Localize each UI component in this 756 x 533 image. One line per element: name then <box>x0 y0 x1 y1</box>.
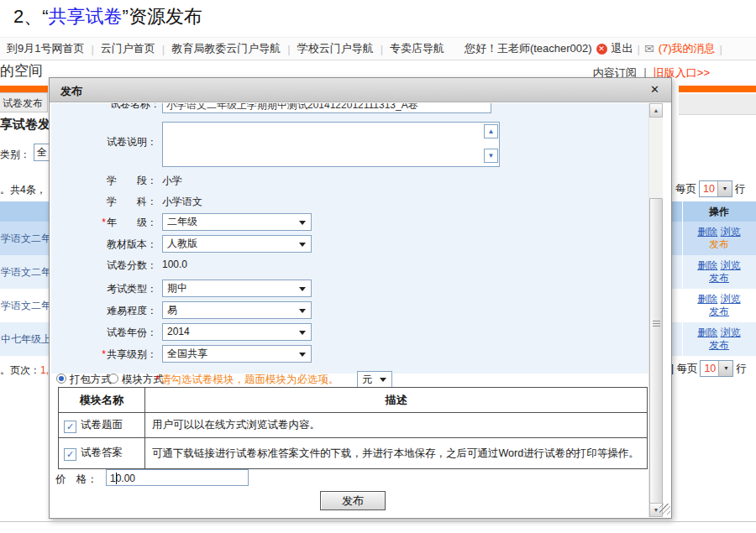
page-index-text: 。页次：1, <box>0 363 49 378</box>
column-divider <box>682 255 683 289</box>
grade-select[interactable]: 二年级 <box>162 213 312 231</box>
package-mode-label[interactable]: 打包方式 <box>70 373 112 387</box>
publish-link[interactable]: 发布 <box>709 339 729 351</box>
greeting-text: 您好！王老师(teacher002) <box>465 41 592 56</box>
nav-link-portal[interactable]: 云门户首页 <box>94 41 162 56</box>
preview-link[interactable]: 浏览 <box>721 327 741 338</box>
scroll-down-icon[interactable]: ▼ <box>484 149 498 163</box>
page-title-suffix: ”资源发布 <box>123 6 202 27</box>
chevron-down-icon <box>299 353 306 357</box>
messages-link[interactable]: (7)我的消息 <box>659 41 716 56</box>
price-input[interactable]: 10.00 <box>106 469 249 486</box>
subject-value: 小学语文 <box>162 195 202 209</box>
difficulty-select[interactable]: 易 <box>162 301 312 319</box>
right-orange-bar <box>679 86 756 92</box>
chevron-down-icon <box>299 309 306 313</box>
category-label: 类别： <box>0 148 30 162</box>
scrollbar-thumb[interactable] <box>649 198 663 504</box>
table-row[interactable]: 学语文二年 <box>0 222 49 255</box>
table-row[interactable]: 学语文二年 <box>0 289 49 322</box>
module-mode-radio[interactable] <box>108 374 118 384</box>
publish-link[interactable]: 发布 <box>709 272 729 284</box>
nav-link-store[interactable]: 专卖店导航 <box>383 41 451 56</box>
price-value: 10.00 <box>110 473 135 484</box>
delete-link[interactable]: 删除 <box>697 226 717 238</box>
checkbox-checked-icon[interactable]: ✓ <box>64 448 76 461</box>
delete-link[interactable]: 删除 <box>697 259 717 271</box>
preview-link[interactable]: 浏览 <box>721 293 741 305</box>
nav-link-edu-bureau[interactable]: 教育局教委云门户导航 <box>165 41 287 56</box>
currency-value: 元 <box>362 374 372 385</box>
year-value: 2014 <box>167 326 190 337</box>
paper-desc-textarea[interactable] <box>162 122 500 167</box>
module-row-question: ✓试卷题面 用户可以以在线方式浏览试卷内容。 <box>59 413 648 438</box>
delete-link[interactable]: 删除 <box>697 293 717 305</box>
column-divider <box>682 222 683 255</box>
subject-label: 学 科： <box>50 195 157 209</box>
year-label: 试卷年份： <box>50 326 157 340</box>
page-index-label: 。页次： <box>0 364 40 376</box>
share-level-select[interactable]: 全国共享 <box>162 345 312 363</box>
right-tabstrip <box>679 94 756 115</box>
module-name-header: 模块名称 <box>59 388 145 413</box>
logout-link[interactable]: 退出 <box>612 41 633 56</box>
records-count-text: 。共4条， <box>0 183 46 197</box>
exam-type-value: 期中 <box>167 282 187 294</box>
scroll-up-icon[interactable]: ▲ <box>484 124 498 138</box>
dialog-title: 发布 <box>60 84 82 99</box>
exam-type-select[interactable]: 期中 <box>162 280 312 297</box>
year-select[interactable]: 2014 <box>162 323 312 341</box>
ops-header-label: 操作 <box>672 201 756 222</box>
per-page-select[interactable]: 10 ▼ <box>700 360 733 377</box>
currency-select[interactable]: 元 <box>357 371 392 388</box>
delete-link[interactable]: 删除 <box>697 327 717 338</box>
my-space-label: 的空间 <box>0 61 43 81</box>
package-mode-radio[interactable] <box>56 374 66 384</box>
dialog-titlebar[interactable]: 发布 ✕ <box>50 78 671 102</box>
column-divider <box>682 322 683 356</box>
module-table-header-row: 模块名称 描述 <box>59 388 648 413</box>
ops-table-header: 操作 <box>672 201 756 222</box>
module-desc: 可通下载链接进行试卷标准答案文件的下载，并进行本地保存，之后可通过Word进行试… <box>145 438 648 469</box>
chevron-down-icon[interactable]: ▼ <box>717 181 732 196</box>
dialog-scrollbar[interactable]: ▲ ▼ <box>648 103 663 517</box>
nav-link-school[interactable]: 学校云门户导航 <box>291 41 381 56</box>
score-label: 试卷分数： <box>50 259 157 273</box>
preview-link[interactable]: 浏览 <box>721 226 741 238</box>
checkbox-checked-icon[interactable]: ✓ <box>64 421 76 433</box>
paper-name-input[interactable]: 小学语文二年级上学期期中测试2014122012111313_A卷 <box>162 103 491 113</box>
scrollbar-grip <box>653 321 660 328</box>
exam-type-label: 考试类型： <box>50 282 157 296</box>
difficulty-label: 难易程度： <box>50 304 157 318</box>
chevron-down-icon[interactable]: ▼ <box>718 361 732 376</box>
resize-handle-icon[interactable] <box>659 504 670 515</box>
publish-button[interactable]: 发布 <box>320 491 386 510</box>
table-row: 删除 浏览 发布 <box>672 255 756 289</box>
module-row-answer: ✓试卷答案 可通下载链接进行试卷标准答案文件的下载，并进行本地保存，之后可通过W… <box>59 438 648 469</box>
scrollbar-up-icon[interactable]: ▲ <box>649 103 663 118</box>
close-icon[interactable]: ✕ <box>650 83 659 96</box>
page-bottom-divider <box>0 521 756 522</box>
per-page-label: .] 每页 <box>668 362 697 376</box>
grade-label: *年 级： <box>50 216 157 230</box>
section-title-fragment: 享试卷发 <box>0 117 49 133</box>
nav-link-home[interactable]: 到9月1号网首页 <box>0 41 91 56</box>
edition-select[interactable]: 人教版 <box>162 235 312 253</box>
logout-x-icon[interactable]: ✕ <box>596 44 607 55</box>
table-row: 删除 浏览 发布 <box>672 222 756 255</box>
tab-paper-publish[interactable]: 试卷发布 <box>0 92 48 112</box>
page-title-prefix: 2、“ <box>13 6 49 27</box>
module-desc: 用户可以以在线方式浏览试卷内容。 <box>145 413 648 438</box>
page-title-link[interactable]: 共享试卷 <box>49 6 123 27</box>
table-row[interactable]: 学语文二年 <box>0 255 49 289</box>
table-row[interactable]: 中七年级上 <box>0 322 49 356</box>
score-value: 100.0 <box>162 259 187 270</box>
page-index-value[interactable]: 1, <box>40 364 49 376</box>
publish-link[interactable]: 发布 <box>709 306 729 317</box>
preview-link[interactable]: 浏览 <box>721 259 741 271</box>
envelope-icon[interactable]: ✉ <box>644 42 654 55</box>
publish-link-active[interactable]: 发布 <box>709 238 729 250</box>
per-page-value: 10 <box>703 183 715 195</box>
per-page-select[interactable]: 10 ▼ <box>699 180 732 197</box>
row-title-fragment: 学语文二年 <box>0 255 49 289</box>
